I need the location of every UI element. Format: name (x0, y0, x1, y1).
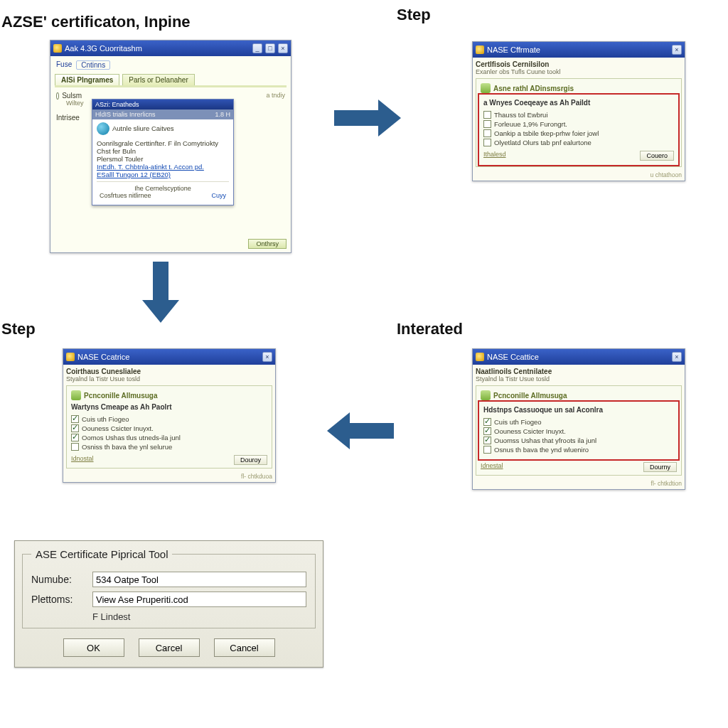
window-footer: fl- chtkdtion (473, 478, 685, 489)
toolbar-item[interactable]: Cntinns (76, 60, 110, 70)
checkbox-label: Cuis uth Fiogeo (494, 418, 542, 426)
heading-top-right: Step (397, 6, 431, 24)
popup-copy-link[interactable]: Cuyy (211, 192, 226, 199)
plettoms-input[interactable] (92, 592, 306, 607)
section-subheading: Styalnd la Tistr Usue tosld (476, 375, 682, 382)
heading-top-left: AZSE' certificaton, Inpine (1, 13, 191, 31)
checkbox[interactable] (483, 129, 491, 137)
highlighted-options: a Wnyes Coeqeaye as Ah Paildt Thauss tol… (481, 96, 677, 164)
reset-link[interactable]: Idnostal (71, 455, 94, 465)
checkbox[interactable] (483, 437, 491, 444)
dialog-fieldset: ASE Certificate Piprical Tool Numube: Pl… (22, 548, 316, 628)
tab-programs[interactable]: AISi Plngrames (55, 74, 119, 85)
panel-action-button[interactable]: Douroy (234, 455, 267, 465)
arrow-right (334, 100, 401, 136)
reset-link[interactable]: Idnestal (481, 462, 503, 472)
heading-mid-right: Interated (397, 320, 463, 338)
window-title: Aak 4.3G Cuorritashm (65, 44, 142, 53)
field-label-plettoms: Plettoms: (31, 594, 88, 605)
shield-icon (71, 390, 81, 400)
reset-link[interactable]: Ithalesd (483, 151, 506, 161)
options-legend: a Wnyes Coeqeaye as Ah Paildt (483, 99, 674, 109)
section-heading: Naatlinoils Centnilatee (476, 368, 682, 375)
info-popup: ASzi: Enatheds HldIS trialis Inrerlicns … (92, 99, 234, 205)
checkbox[interactable] (483, 418, 491, 426)
titlebar: NASE Ccatrice × (63, 349, 275, 365)
field-label-number: Numube: (31, 574, 88, 585)
close-button[interactable]: × (672, 352, 682, 362)
checkbox-label: Ouomss Ushas that yfroots ila junl (494, 437, 596, 444)
checkbox[interactable] (71, 443, 79, 451)
popup-subtitle: HldIS trialis Inrerlicns (95, 111, 156, 118)
carcel-button[interactable]: Carcel (139, 638, 200, 657)
close-button[interactable]: × (262, 352, 272, 362)
options-legend: Hdstnps Cassuoque un sal Aconlra (483, 406, 674, 417)
continue-button[interactable]: Onthrsy (248, 239, 287, 249)
shield-icon (481, 390, 491, 400)
globe-icon (97, 122, 109, 135)
checkbox[interactable] (71, 424, 79, 432)
close-button[interactable]: × (672, 45, 682, 55)
window-nase-step1: NASE Cffrmate × Certlfisois Cernilsilon … (472, 41, 685, 181)
window-footer: u chtathoon (473, 170, 685, 181)
dialog-hint: F Lindest (92, 611, 306, 622)
ok-button[interactable]: OK (63, 638, 124, 657)
app-icon (66, 353, 75, 361)
checkbox[interactable] (483, 111, 491, 119)
checkbox[interactable] (483, 120, 491, 128)
app-icon (53, 44, 62, 53)
shield-icon (481, 83, 491, 93)
popup-link[interactable]: InEdh. T. Chbtnla-atinkt t. Accon pd. (97, 163, 229, 171)
number-input[interactable] (92, 572, 306, 587)
tab-details[interactable]: Parls or Delanaher (122, 74, 194, 85)
titlebar: Aak 4.3G Cuorritashm _ □ × (50, 41, 291, 56)
window-title: NASE Cffrmate (487, 46, 540, 54)
titlebar: NASE Cffrmate × (473, 42, 685, 58)
option-sublabel: Wiltey (66, 100, 82, 107)
panel-title: Pcnconille Allmusuga (493, 392, 567, 400)
side-note: a tndiy (266, 92, 285, 122)
checkbox[interactable] (483, 446, 491, 454)
dialog-ase-tool: ASE Certificate Piprical Tool Numube: Pl… (14, 540, 323, 668)
checkbox-label: Forleuue 1,9% Furongrt. (494, 120, 567, 128)
window-title: NASE Ccatrice (77, 353, 129, 361)
checkbox-label: Thauss tol Ewbrui (494, 111, 548, 119)
checkbox-label: Oouness Csicter Inuyxt. (494, 427, 566, 435)
app-icon (476, 353, 484, 361)
cancel-button[interactable]: Cancel (214, 638, 275, 657)
radio-option[interactable] (56, 92, 59, 100)
app-icon (476, 46, 484, 54)
popup-foot-line: Cosfrtues nitlirnee (100, 192, 151, 199)
popup-link[interactable]: ESalll Tungon 12 (EB20) (97, 171, 229, 178)
dialog-legend: ASE Certificate Piprical Tool (31, 548, 172, 560)
checkbox[interactable] (483, 139, 491, 146)
section-subheading: Styalnd la Tistr Usue tosld (66, 375, 272, 382)
checkbox-label: Osniss th bava the ynl selurue (82, 443, 172, 451)
checkbox[interactable] (483, 427, 491, 435)
panel-action-button[interactable]: Couero (640, 151, 674, 161)
checkbox-label: Oomos Ushas tlus utneds-ila junl (82, 434, 181, 441)
window-footer: fl- chtkduoa (63, 471, 275, 482)
window-cert-wizard: Aak 4.3G Cuorritashm _ □ × Fuse Cntinns … (50, 40, 291, 253)
close-button[interactable]: × (278, 43, 288, 53)
window-title: NASE Ccattice (487, 353, 539, 361)
option-label: Intrisee (56, 114, 82, 122)
arrow-left (327, 412, 394, 449)
min-button[interactable]: _ (252, 43, 262, 53)
popup-title: ASzi: Enatheds (92, 100, 233, 109)
checkbox[interactable] (71, 434, 79, 441)
popup-line: Chst fer Buln (97, 147, 229, 155)
checkbox-label: Oouness Csicter Inuyxt. (82, 424, 154, 432)
panel-title: Asne rathl ADinsmsrgis (493, 85, 574, 92)
section-heading: Certlfisois Cernilsilon (476, 60, 682, 68)
popup-row: Autnle sliure Caitves (112, 124, 174, 132)
checkbox[interactable] (71, 415, 79, 423)
options-legend: Wartyns Cmeape as Ah Paolrt (71, 403, 267, 414)
section-heading: Coirthaus Cuneslialee (66, 368, 272, 375)
checkbox-label: Oankip a tsbile tkep-prhw foier jowl (494, 129, 599, 137)
max-button[interactable]: □ (265, 43, 275, 53)
panel-action-button[interactable]: Dourny (643, 462, 677, 472)
highlighted-options: Hdstnps Cassuoque un sal Aconlra Cuis ut… (481, 403, 677, 458)
heading-mid-left: Step (1, 320, 36, 338)
toolbar-item[interactable]: Fuse (56, 60, 72, 70)
